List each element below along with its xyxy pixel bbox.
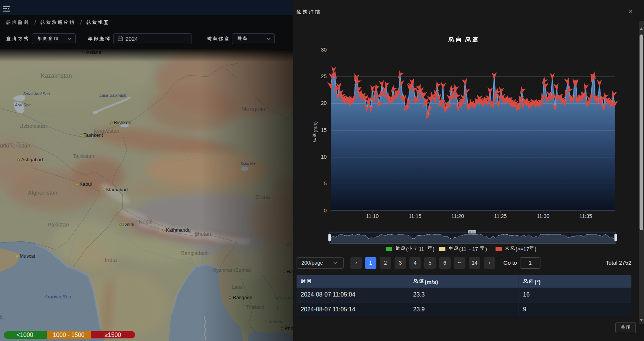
svg-text:(m/s): (m/s) [313,121,318,132]
svg-text:11:10: 11:10 [366,213,379,219]
svg-text:20: 20 [321,100,327,106]
svg-text:<1000: <1000 [17,332,33,338]
svg-text:): ) [485,246,487,252]
svg-text:(11 ~ 17: (11 ~ 17 [459,246,478,252]
svg-text:0: 0 [324,208,327,213]
svg-text:1000 - 1500: 1000 - 1500 [53,332,85,338]
svg-text:(>=17: (>=17 [516,246,529,252]
svg-text:11:15: 11:15 [409,213,421,219]
svg-text:30: 30 [321,47,327,53]
svg-text:11: 11 [419,246,424,252]
svg-text:11:20: 11:20 [451,213,464,219]
svg-text:11:25: 11:25 [494,213,507,219]
svg-text:(m/s): (m/s) [425,279,438,285]
svg-text:25: 25 [321,73,327,79]
svg-text:): ) [433,246,435,252]
svg-text:11:30: 11:30 [537,213,549,219]
svg-text:(: ( [406,246,408,252]
svg-text:15: 15 [321,127,327,133]
svg-text:): ) [535,246,536,252]
svg-text:10: 10 [321,154,327,160]
svg-text:11:35: 11:35 [579,213,592,219]
svg-text:≥1500: ≥1500 [105,332,121,338]
svg-text:(°): (°) [535,279,540,285]
svg-text:5: 5 [324,181,327,186]
